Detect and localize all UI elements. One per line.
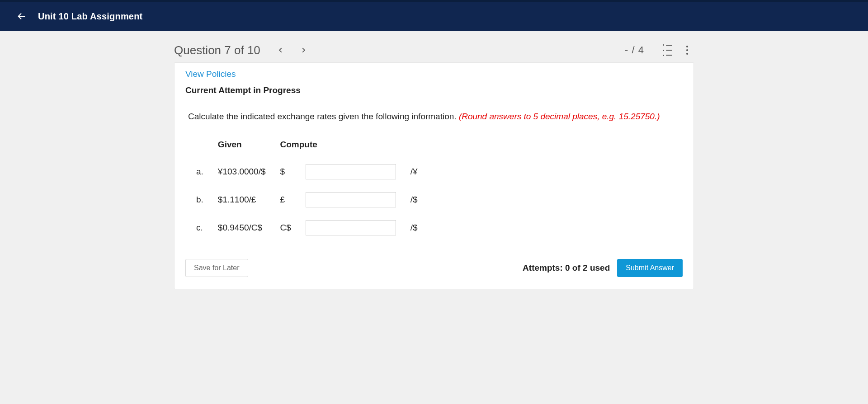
col-given: Given <box>214 136 277 158</box>
more-menu-button[interactable] <box>680 43 694 57</box>
list-icon <box>663 42 672 59</box>
answer-input-c[interactable] <box>306 220 396 235</box>
answer-input-b[interactable] <box>306 192 396 207</box>
card-footer: Save for Later Attempts: 0 of 2 used Sub… <box>175 251 693 289</box>
page-title: Unit 10 Lab Assignment <box>38 11 142 22</box>
submit-answer-button[interactable]: Submit Answer <box>617 259 683 277</box>
instruction-text: Calculate the indicated exchange rates g… <box>188 110 680 123</box>
row-suffix: /¥ <box>407 158 429 186</box>
save-for-later-button[interactable]: Save for Later <box>185 259 248 277</box>
row-letter: a. <box>193 158 214 186</box>
row-prefix: C$ <box>277 214 302 242</box>
card-body: Calculate the indicated exchange rates g… <box>175 101 693 251</box>
card-header: View Policies Current Attempt in Progres… <box>175 63 693 101</box>
table-row: b. $1.1100/£ £ /$ <box>193 186 429 214</box>
rates-table: Given Compute a. ¥103.0000/$ $ /¥ b. $1.… <box>193 136 429 242</box>
chevron-right-icon <box>300 46 307 54</box>
content-wrap: Question 7 of 10 - / 4 View Policies Cur… <box>165 31 703 307</box>
chevron-left-icon <box>278 46 284 54</box>
instruction-main: Calculate the indicated exchange rates g… <box>188 112 459 121</box>
instruction-hint: (Round answers to 5 decimal places, e.g.… <box>459 112 660 121</box>
row-letter: b. <box>193 186 214 214</box>
attempts-text: Attempts: 0 of 2 used <box>523 263 610 273</box>
next-question-button[interactable] <box>296 42 311 58</box>
score-indicator: - / 4 <box>625 44 644 56</box>
question-header: Question 7 of 10 - / 4 <box>174 36 694 62</box>
row-prefix: £ <box>277 186 302 214</box>
question-card: View Policies Current Attempt in Progres… <box>174 62 694 289</box>
table-row: a. ¥103.0000/$ $ /¥ <box>193 158 429 186</box>
attempt-status: Current Attempt in Progress <box>185 85 683 95</box>
arrow-left-icon <box>17 11 27 21</box>
question-list-button[interactable] <box>660 43 674 57</box>
view-policies-link[interactable]: View Policies <box>185 69 683 79</box>
kebab-icon <box>686 44 688 56</box>
row-suffix: /$ <box>407 214 429 242</box>
answer-input-a[interactable] <box>306 164 396 179</box>
question-title: Question 7 of 10 <box>174 43 260 57</box>
top-bar: Unit 10 Lab Assignment <box>0 2 868 31</box>
back-button[interactable] <box>14 8 30 24</box>
row-prefix: $ <box>277 158 302 186</box>
row-given: ¥103.0000/$ <box>214 158 277 186</box>
row-given: $0.9450/C$ <box>214 214 277 242</box>
table-row: c. $0.9450/C$ C$ /$ <box>193 214 429 242</box>
row-letter: c. <box>193 214 214 242</box>
col-compute: Compute <box>277 136 429 158</box>
prev-question-button[interactable] <box>273 42 288 58</box>
row-given: $1.1100/£ <box>214 186 277 214</box>
row-suffix: /$ <box>407 186 429 214</box>
